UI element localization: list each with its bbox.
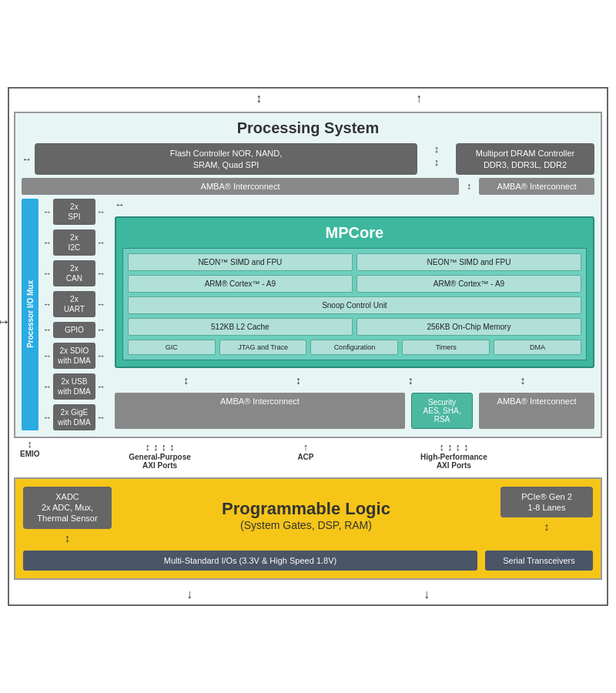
bottom-arr-left: ↓: [186, 588, 192, 601]
bottom-arrows: ↓ ↓: [9, 584, 607, 604]
serial-transceivers-box: Serial Transceivers: [485, 551, 593, 571]
cortex-row: ARM® Cortex™ - A9 ARM® Cortex™ - A9: [128, 275, 581, 293]
security-box: Security AES, SHA, RSA: [411, 393, 473, 429]
pcie-area: PCIe® Gen 2 1-8 Lanes ↕: [500, 487, 593, 544]
ps-left-arrow: ↔: [22, 153, 32, 165]
port-labels-row: ↕ ↕ ↕ ↕ General-Purpose AXI Ports ↑ ACP …: [14, 441, 602, 470]
mpcore-inner: NEON™ SIMD and FPU NEON™ SIMD and FPU AR…: [122, 248, 587, 360]
pl-subtitle: (System Gates, DSP, RAM): [240, 519, 372, 531]
security-label: Security AES, SHA, RSA: [424, 398, 461, 424]
bottom-arr-3: ↕: [408, 374, 413, 387]
bottom-arr-1: ↕: [183, 374, 189, 387]
io-mux-label: Processor I/O Mux: [26, 280, 35, 348]
arrow-i2c-right: ↔: [97, 238, 105, 247]
cache-memory-row: 512KB L2 Cache 256KB On-Chip Memory: [128, 318, 581, 336]
arrow-i2c-left: ↔: [43, 238, 52, 247]
center-arrow-up: ↕: [467, 181, 471, 192]
arrow-gpio-right: ↔: [97, 325, 105, 334]
periph-can: 2x CAN: [53, 260, 95, 286]
pcie-box: PCIe® Gen 2 1-8 Lanes: [500, 487, 593, 518]
arrow-usb-right: ↔: [97, 382, 105, 391]
l2-cache: 512KB L2 Cache: [128, 318, 353, 336]
mpcore-block: MPCore NEON™ SIMD and FPU NEON™ SIMD and…: [115, 216, 594, 368]
ps-right-area: ↔ MPCore NEON™ SIMD and FPU NEON™ SIMD a…: [115, 199, 594, 430]
neon-row: NEON™ SIMD and FPU NEON™ SIMD and FPU: [128, 253, 581, 271]
arrow-spi-left: ↔: [43, 207, 52, 216]
mux-to-amba-arrow: ↔: [115, 199, 125, 210]
mpcore-title: MPCore: [122, 224, 587, 242]
serial-transceivers-label: Serial Transceivers: [503, 556, 575, 565]
dram-controller-label: Multiport DRAM Controller DDR3, DDR3L, D…: [476, 149, 574, 169]
neon-fpu-1: NEON™ SIMD and FPU: [128, 253, 353, 271]
top-arrow-left: ↕: [256, 92, 262, 105]
timers: Timers: [402, 340, 490, 355]
io-mux-area: Processor I/O Mux ↔ 2x SPI ↔ ↔ 2x I2C ↔ …: [22, 199, 110, 430]
xadc-label: XADC 2x ADC, Mux, Thermal Sensor: [37, 492, 97, 524]
pl-title: Programmable Logic: [222, 499, 390, 519]
xadc-arrow: ↕: [65, 532, 70, 544]
arrow-uart-left: ↔: [43, 300, 52, 309]
emio-label: EMIO: [20, 450, 40, 458]
periph-usb: 2x USB with DMA: [53, 373, 95, 400]
pl-io-row: Multi-Standard I/Os (3.3V & High Speed 1…: [23, 551, 593, 571]
gp-arr-2: ↕: [153, 441, 159, 453]
io-mux-bar: Processor I/O Mux: [22, 199, 38, 430]
dram-arrow-1: ↕: [434, 143, 440, 155]
flash-controller-box: Flash Controller NOR, NAND, SRAM, Quad S…: [35, 143, 417, 175]
xadc-box: XADC 2x ADC, Mux, Thermal Sensor: [23, 487, 112, 529]
ps-top-controllers: ↔ Flash Controller NOR, NAND, SRAM, Quad…: [22, 143, 594, 175]
neon-fpu-2: NEON™ SIMD and FPU: [357, 253, 581, 271]
amba-interconnect-bottom-left: AMBA® Interconnect: [115, 393, 405, 429]
periph-gige: 2x GigE with DMA: [53, 404, 95, 430]
ps-main-content: Processor I/O Mux ↔ 2x SPI ↔ ↔ 2x I2C ↔ …: [22, 199, 594, 430]
amba-interconnect-top-left: AMBA® Interconnect: [22, 178, 459, 195]
arrow-sdio-left: ↔: [43, 351, 52, 360]
acp-arrow: ↑: [303, 441, 309, 453]
pl-content: XADC 2x ADC, Mux, Thermal Sensor ↕ Progr…: [23, 487, 593, 544]
periph-row-can: ↔ 2x CAN ↔: [43, 260, 105, 286]
amba-bottom-bars: AMBA® Interconnect Security AES, SHA, RS…: [115, 393, 594, 429]
multi-standard-io-label: Multi-Standard I/Os (3.3V & High Speed 1…: [164, 556, 336, 565]
periph-i2c: 2x I2C: [53, 229, 95, 256]
gp-arr-1: ↕: [146, 441, 151, 453]
periph-row-sdio: ↔ 2x SDIO with DMA ↔: [43, 343, 105, 369]
pl-region: XADC 2x ADC, Mux, Thermal Sensor ↕ Progr…: [14, 477, 602, 580]
hp-arr-4: ↕: [464, 441, 469, 453]
ps-pl-bridge: ↕ EMIO ↕ ↕ ↕ ↕ General-Purpose AXI Ports…: [9, 438, 607, 473]
periph-row-spi: ↔ 2x SPI ↔: [43, 199, 105, 225]
dram-arrow-2: ↕: [434, 156, 440, 168]
arrow-usb-left: ↔: [43, 382, 52, 391]
gic-row: GIC JTAG and Trace Configuration Timers …: [128, 340, 581, 355]
hp-arr-3: ↕: [455, 441, 460, 453]
arrow-gpio-left: ↔: [43, 325, 52, 334]
arrow-spi-right: ↔: [97, 207, 105, 216]
cortex-a9-2: ARM® Cortex™ - A9: [357, 275, 581, 293]
pcie-label: PCIe® Gen 2 1-8 Lanes: [521, 492, 572, 512]
multi-standard-io-box: Multi-Standard I/Os (3.3V & High Speed 1…: [23, 551, 477, 571]
arrow-gige-left: ↔: [43, 413, 52, 422]
periph-row-gige: ↔ 2x GigE with DMA ↔: [43, 404, 105, 430]
left-outer-arrow: ↔: [0, 312, 11, 330]
mpcore-bottom-arrows: ↕ ↕ ↕ ↕: [115, 372, 594, 389]
arrow-sdio-right: ↔: [97, 351, 105, 360]
dram-controller-box: Multiport DRAM Controller DDR3, DDR3L, D…: [456, 143, 594, 175]
bottom-arr-right: ↓: [424, 588, 430, 601]
gp-axi-label: General-Purpose AXI Ports: [129, 453, 191, 470]
peripheral-list: ↔ 2x SPI ↔ ↔ 2x I2C ↔ ↔ 2x CAN ↔: [43, 199, 105, 430]
emio-area: ↕ EMIO: [20, 438, 40, 458]
processing-system-region: Processing System ↔ Flash Controller NOR…: [14, 112, 602, 438]
hp-arr-2: ↕: [447, 441, 453, 453]
acp-area: ↑ ACP: [297, 441, 313, 461]
jtag-trace: JTAG and Trace: [219, 340, 307, 355]
on-chip-memory: 256KB On-Chip Memory: [357, 318, 581, 336]
periph-uart: 2x UART: [53, 291, 95, 317]
periph-gpio: GPIO: [53, 322, 95, 338]
periph-sdio: 2x SDIO with DMA: [53, 343, 95, 369]
periph-row-i2c: ↔ 2x I2C ↔: [43, 229, 105, 256]
ps-title: Processing System: [22, 119, 594, 137]
arrow-uart-right: ↔: [97, 300, 105, 309]
pl-title-area: Programmable Logic (System Gates, DSP, R…: [119, 487, 493, 544]
top-arrow-right: ↑: [416, 92, 422, 105]
flash-controller-label: Flash Controller NOR, NAND, SRAM, Quad S…: [170, 149, 282, 169]
gp-arr-3: ↕: [162, 441, 167, 453]
